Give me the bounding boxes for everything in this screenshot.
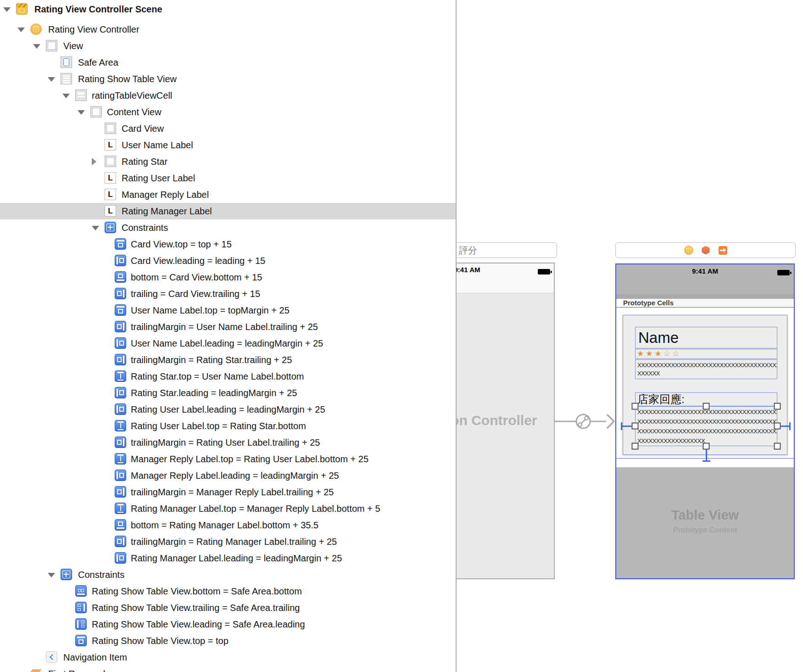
outline-row-trailing-card-view-trailing-15[interactable]: trailing = Card View.trailing + 15 [0,286,456,302]
rating-manager-label[interactable]: XXXXXXXXXXXXXXXXXXXXXXXXXXXXXXXXXXXXXXXX… [635,406,777,446]
outline-row-card-view[interactable]: Card View [0,120,456,137]
outline-row-constraints[interactable]: Constraints [0,566,456,583]
disclosure-open-icon[interactable] [92,226,99,230]
outline-row-label: Rating Manager Label [122,203,212,219]
outline-row-rating-manager-label-leading-leadingmargin-25[interactable]: Rating Manager Label.leading = leadingMa… [0,550,456,566]
outline-row-rating-user-label-top-rating-star-bottom[interactable]: Rating User Label.top = Rating Star.bott… [0,418,456,434]
outline-row-rating-view-controller[interactable]: Rating View Controller [0,21,456,38]
storyboard-canvas[interactable]: 評分 9:41 AM Navigation Controller 9:41 AM… [457,0,803,672]
outline-row-rating-show-table-view-top-top[interactable]: Rating Show Table View.top = top [0,633,456,649]
outline-row-card-view-leading-leading-15[interactable]: Card View.leading = leading + 15 [0,252,456,269]
outline-row-label: Constraints [78,566,124,583]
outline-row-rating-star-top-user-name-label-bottom[interactable]: Rating Star.top = User Name Label.bottom [0,368,456,385]
outline-row-label: Card View.top = top + 15 [131,236,232,252]
outline-row-rating-show-table-view-trailing-safe-area-traili[interactable]: Rating Show Table View.trailing = Safe A… [0,599,456,616]
segue-arrow[interactable] [555,408,622,435]
outline-row-manager-reply-label-top-rating-user-label-bottom[interactable]: Manager Reply Label.top = Rating User La… [0,451,456,467]
outline-row-view[interactable]: View [0,38,456,54]
c-trailing-icon [115,288,126,299]
outline-row-trailingmargin-manager-reply-label-trailing-25[interactable]: trailingMargin = Manager Reply Label.tra… [0,484,456,500]
outline-row-manager-reply-label[interactable]: Manager Reply Label [0,186,456,203]
prototype-cells-label: Prototype Cells [623,299,674,307]
selection-handle[interactable] [774,403,781,410]
c-leading-icon [115,387,126,398]
selection-handle[interactable] [774,423,781,430]
outline-row-rating-show-table-view-bottom-safe-area-bottom[interactable]: Rating Show Table View.bottom = Safe Are… [0,583,456,599]
cell-icon [75,90,87,101]
outline-row-label: bottom = Rating Manager Label.bottom + 3… [131,517,318,533]
rating-user-label[interactable]: XXXXXXXXXXXXXXXXXXXXXXXXXXXXXXXXXXXXXXXX… [635,359,777,379]
selection-handle[interactable] [703,403,710,410]
outline-row-rating-star[interactable]: Rating Star [0,153,456,170]
leading-constraint-endcap [621,422,622,430]
placeholder-text-line: XXXXXXXXXXXXXXXXXXXXXXXXXXXXXXXXXXXXXXXX [637,426,777,436]
cell-bottom-gap [616,459,794,467]
table-view-cell[interactable]: Name ★★★☆☆ XXXXXXXXXXXXXXXXXXXXXXXXXXXXX… [616,307,794,459]
outline-row-safe-area[interactable]: Safe Area [0,54,456,71]
outline-row-rating-view-controller-scene[interactable]: Rating View Controller Scene [0,1,456,17]
disclosure-open-icon[interactable] [78,110,85,115]
rating-view-controller-scene[interactable]: 9:41 AM Prototype Cells Name ★★★☆☆ XXXXX… [615,263,795,579]
outline-row-first-responder[interactable]: First Responder [0,666,456,672]
outline-row-trailingmargin-user-name-label-trailing-25[interactable]: trailingMargin = User Name Label.trailin… [0,319,456,335]
outline-row-rating-show-table-view-leading-safe-area-leading[interactable]: Rating Show Table View.leading = Safe Ar… [0,616,456,633]
outline-row-manager-reply-label-leading-leadingmargin-25[interactable]: Manager Reply Label.leading = leadingMar… [0,467,456,484]
outline-row-rating-manager-label-top-manager-reply-label-bot[interactable]: Rating Manager Label.top = Manager Reply… [0,500,456,517]
disclosure-open-icon[interactable] [62,94,70,98]
selection-handle[interactable] [774,443,781,450]
outline-row-ratingtableviewcell[interactable]: ratingTableViewCell [0,87,456,104]
outline-row-card-view-top-top-15[interactable]: Card View.top = top + 15 [0,236,456,252]
outline-row-content-view[interactable]: Content View [0,104,456,120]
outline-row-constraints[interactable]: Constraints [0,219,456,236]
prototype-cells-header: Prototype Cells [616,299,794,307]
pane-divider[interactable] [456,0,457,672]
navigation-controller-scene[interactable]: 9:41 AM Navigation Controller [457,263,555,579]
selection-handle[interactable] [703,443,710,450]
c-leading-icon [115,552,126,564]
nav-scene-toolbar[interactable]: 評分 [457,242,557,258]
outline-row-label: Rating Show Table View.leading = Safe Ar… [92,616,305,633]
outline-row-user-name-label[interactable]: User Name Label [0,137,456,153]
outline-row-bottom-rating-manager-label-bottom-35-5[interactable]: bottom = Rating Manager Label.bottom + 3… [0,517,456,533]
exit-icon[interactable] [719,246,727,255]
table-icon [61,73,72,84]
disclosure-open-icon[interactable] [3,7,11,12]
outline-row-rating-manager-label[interactable]: Rating Manager Label [0,203,456,219]
first-responder-icon[interactable] [702,246,710,255]
outline-row-rating-user-label[interactable]: Rating User Label [0,170,456,186]
nav-bar-underlap [616,294,794,299]
outline-row-bottom-card-view-bottom-15[interactable]: bottom = Card View.bottom + 15 [0,269,456,286]
outline-row-label: Rating View Controller [48,21,139,38]
view-controller-icon[interactable] [684,246,693,255]
status-time: 9:41 AM [692,267,718,275]
disclosure-open-icon[interactable] [48,573,55,577]
outline-row-user-name-label-top-topmargin-25[interactable]: User Name Label.top = topMargin + 25 [0,302,456,319]
outline-row-label: Rating Show Table View [78,71,177,87]
disclosure-collapsed-icon[interactable] [92,158,96,165]
outline-row-label: trailing = Card View.trailing + 15 [131,286,260,302]
disclosure-open-icon[interactable] [17,28,25,32]
outline-row-label: trailingMargin = User Name Label.trailin… [131,319,318,335]
card-view[interactable]: Name ★★★☆☆ XXXXXXXXXXXXXXXXXXXXXXXXXXXXX… [623,315,787,455]
outline-row-rating-user-label-leading-leadingmargin-25[interactable]: Rating User Label.leading = leadingMargi… [0,401,456,418]
outline-row-trailingmargin-rating-star-trailing-25[interactable]: trailingMargin = Rating Star.trailing + … [0,352,456,368]
outline-row-trailingmargin-rating-manager-label-trailing-25[interactable]: trailingMargin = Rating Manager Label.tr… [0,533,456,550]
document-outline: Rating View Controller SceneRating View … [0,0,456,672]
rating-star-view[interactable]: ★★★☆☆ [635,349,777,359]
selection-handle[interactable] [632,403,639,410]
outline-row-trailingmargin-rating-user-label-trailing-25[interactable]: trailingMargin = Rating User Label.trail… [0,434,456,451]
user-name-label[interactable]: Name [635,327,777,348]
outline-row-user-name-label-leading-leadingmargin-25[interactable]: User Name Label.leading = leadingMargin … [0,335,456,352]
outline-row-label: Constraints [122,219,168,236]
rating-scene-toolbar[interactable] [615,242,796,258]
outline-row-rating-star-leading-leadingmargin-25[interactable]: Rating Star.leading = leadingMargin + 25 [0,385,456,401]
battery-icon [777,270,790,275]
c-leading-icon [115,337,126,349]
selection-handle[interactable] [632,423,639,430]
c-v-icon [115,370,126,382]
selection-handle[interactable] [632,443,639,450]
disclosure-open-icon[interactable] [48,77,55,82]
outline-row-rating-show-table-view[interactable]: Rating Show Table View [0,71,456,87]
outline-row-navigation-item[interactable]: Navigation Item [0,649,456,666]
disclosure-open-icon[interactable] [33,44,40,49]
